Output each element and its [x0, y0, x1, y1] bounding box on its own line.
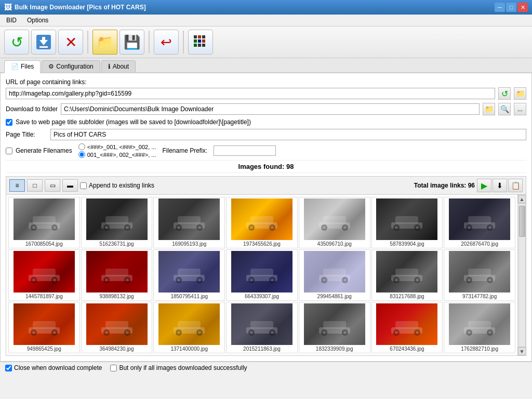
only-if-all-wrapper: But only if all images downloaded succes…: [110, 364, 247, 371]
about-tab-label: About: [113, 63, 129, 70]
thumb-item[interactable]: 1445781897.jpg: [8, 249, 80, 301]
svg-point-94: [468, 278, 471, 282]
url-refresh-button[interactable]: ↺: [498, 87, 511, 100]
only-if-all-checkbox[interactable]: [110, 365, 117, 371]
svg-rect-115: [250, 321, 273, 329]
svg-point-71: [198, 278, 201, 282]
close-button[interactable]: ✕: [517, 3, 528, 12]
subfolder-checkbox[interactable]: [6, 119, 12, 126]
thumb-image: [14, 198, 75, 240]
url-input[interactable]: [6, 88, 495, 99]
cancel-button[interactable]: ✕: [58, 30, 83, 55]
thumb-image: [14, 251, 75, 292]
thumb-item[interactable]: 938898132.jpg: [81, 249, 153, 301]
tab-configuration[interactable]: ⚙ Configuration: [42, 60, 100, 72]
thumb-item[interactable]: 435096710.jpg: [299, 197, 370, 248]
url-folder-button[interactable]: 📁: [514, 87, 526, 100]
thumb-item[interactable]: 299454861.jpg: [299, 249, 370, 301]
radio-option-2: 001_<###>, 002_<###>, ...: [78, 151, 156, 158]
radio-format-2[interactable]: [78, 151, 85, 158]
svg-rect-79: [323, 269, 346, 276]
thumb-item[interactable]: 2026876470.jpg: [444, 197, 515, 248]
thumb-item[interactable]: 831217688.jpg: [371, 249, 443, 301]
thumb-item[interactable]: 1850795411.jpg: [153, 249, 225, 301]
undo-button[interactable]: ↩: [154, 30, 179, 55]
thumb-item[interactable]: 1832339909.jpg: [299, 302, 370, 353]
folder-more-button[interactable]: ...: [514, 103, 526, 115]
svg-point-40: [323, 226, 326, 229]
generate-filenames-checkbox[interactable]: [6, 148, 12, 154]
svg-point-101: [53, 331, 56, 334]
config-tab-icon: ⚙: [48, 63, 54, 70]
thumb-item[interactable]: 1973455626.jpg: [226, 197, 298, 248]
grid-button[interactable]: [188, 30, 213, 55]
svg-point-113: [198, 331, 201, 334]
tab-files[interactable]: 📄 Files: [4, 60, 41, 73]
copy-button[interactable]: 📋: [508, 179, 523, 192]
folder-action-button[interactable]: 🔍: [498, 103, 511, 115]
svg-rect-61: [105, 269, 128, 276]
page-title-input[interactable]: [50, 129, 526, 140]
thumb-item[interactable]: 516236731.jpg: [81, 197, 153, 248]
svg-rect-11: [202, 44, 205, 47]
thumb-item[interactable]: 949865425.jpg: [8, 302, 80, 353]
scroll-thumb[interactable]: [519, 206, 525, 237]
view-large-button[interactable]: ▬: [62, 179, 78, 192]
svg-rect-85: [395, 269, 418, 276]
svg-rect-55: [33, 269, 56, 276]
prefix-input[interactable]: [214, 145, 276, 156]
view-list-button[interactable]: ≡: [9, 179, 25, 192]
save-button[interactable]: 💾: [119, 30, 144, 55]
view-small-button[interactable]: □: [27, 179, 43, 192]
thumb-item[interactable]: 1371400000.jpg: [153, 302, 225, 353]
play-button[interactable]: ▶: [477, 179, 491, 192]
svg-rect-73: [250, 269, 273, 276]
thumb-item[interactable]: 587839904.jpg: [371, 197, 443, 248]
scroll-up[interactable]: ▲: [518, 195, 526, 203]
thumb-item[interactable]: 2015211863.jpg: [226, 302, 298, 353]
menu-bid[interactable]: BID: [2, 16, 21, 25]
thumb-item[interactable]: 1670085054.jpg: [8, 197, 80, 248]
toolbar-separator-3: [183, 31, 184, 54]
thumb-label: 435096710.jpg: [317, 241, 352, 247]
download-button[interactable]: [31, 30, 56, 55]
svg-point-46: [395, 226, 398, 229]
folder-browse-button[interactable]: 📁: [483, 103, 495, 115]
view-medium-button[interactable]: ▭: [45, 179, 60, 192]
minimize-button[interactable]: ─: [495, 3, 505, 12]
svg-rect-25: [178, 216, 201, 224]
thumb-item[interactable]: 664339307.jpg: [226, 249, 298, 301]
thumb-label: 949865425.jpg: [27, 346, 61, 352]
thumb-image: [304, 198, 365, 240]
close-when-done-checkbox[interactable]: [5, 365, 12, 371]
menu-options[interactable]: Options: [23, 16, 52, 25]
svg-rect-7: [198, 39, 201, 43]
download-all-button[interactable]: ⬇: [493, 179, 507, 192]
thumb-item[interactable]: 364984230.jpg: [81, 302, 153, 353]
svg-rect-13: [33, 216, 56, 224]
thumb-item[interactable]: 169095193.jpg: [153, 197, 225, 248]
tab-about[interactable]: ℹ About: [101, 60, 136, 72]
svg-point-23: [126, 226, 129, 229]
folder-input[interactable]: [61, 103, 480, 115]
refresh-button[interactable]: ↺: [4, 30, 29, 55]
thumb-item[interactable]: 670243436.jpg: [371, 302, 443, 353]
thumb-label: 831217688.jpg: [390, 294, 424, 299]
title-bar-left: 🖼 Bulk Image Downloader [Pics of HOT CAR…: [4, 3, 146, 11]
images-found-label: Images found: 98: [238, 163, 294, 170]
thumb-image: [86, 303, 148, 345]
thumb-item[interactable]: 1762882710.jpg: [444, 302, 515, 353]
radio-format-1[interactable]: [78, 143, 85, 150]
bottom-bar: Close when download complete But only if…: [0, 362, 532, 374]
thumb-label: 587839904.jpg: [390, 241, 424, 247]
thumb-label: 1850795411.jpg: [170, 294, 208, 299]
maximize-button[interactable]: □: [506, 3, 516, 12]
thumb-image: [86, 251, 148, 292]
scroll-down[interactable]: ▼: [518, 347, 526, 355]
thumb-item[interactable]: 973147782.jpg: [444, 249, 515, 301]
append-check-wrapper: Append to existing links: [80, 182, 154, 189]
open-folder-button[interactable]: 📁: [92, 30, 117, 55]
append-checkbox[interactable]: [80, 182, 87, 189]
svg-point-47: [416, 226, 419, 229]
svg-rect-9: [194, 44, 197, 47]
